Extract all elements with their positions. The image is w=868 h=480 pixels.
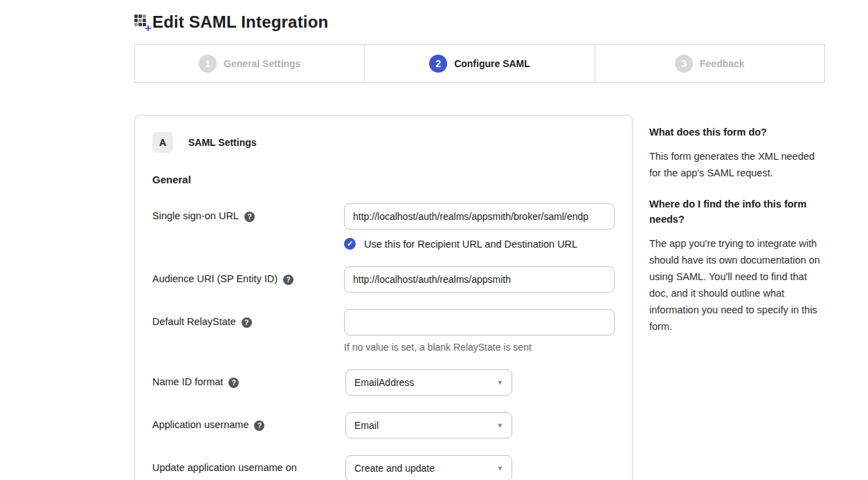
step-2-number: 2 bbox=[429, 55, 447, 73]
audience-uri-input[interactable] bbox=[344, 266, 615, 293]
help-icon[interactable]: ? bbox=[283, 275, 293, 285]
help-icon[interactable]: ? bbox=[228, 378, 239, 388]
field-update-application-username: Update application username on Create an… bbox=[152, 455, 615, 480]
single-sign-on-url-input[interactable] bbox=[344, 203, 615, 230]
recipient-url-checkbox-label: Use this for Recipient URL and Destinati… bbox=[364, 239, 577, 250]
recipient-url-checkbox-row[interactable]: ✓ Use this for Recipient URL and Destina… bbox=[344, 238, 615, 250]
step-feedback[interactable]: 3 Feedback bbox=[595, 45, 824, 82]
application-username-label: Application username bbox=[152, 419, 248, 430]
chevron-down-icon: ▼ bbox=[497, 379, 503, 386]
update-application-username-select[interactable]: Create and update ▼ bbox=[345, 455, 512, 480]
step-1-number: 1 bbox=[199, 55, 217, 73]
section-a-badge: A bbox=[152, 132, 173, 153]
name-id-format-select[interactable]: EmailAddress ▼ bbox=[345, 369, 512, 396]
application-username-value: Email bbox=[354, 420, 379, 431]
sidebar-para-where: The app you're trying to integrate with … bbox=[649, 235, 825, 335]
chevron-down-icon: ▼ bbox=[497, 465, 503, 472]
name-id-format-label: Name ID format bbox=[152, 376, 223, 387]
update-application-username-value: Create and update bbox=[354, 463, 435, 474]
application-username-select[interactable]: Email ▼ bbox=[345, 412, 512, 439]
single-sign-on-url-label: Single sign-on URL bbox=[152, 210, 239, 221]
name-id-format-value: EmailAddress bbox=[354, 377, 414, 388]
field-name-id-format: Name ID format ? EmailAddress ▼ bbox=[152, 369, 615, 396]
default-relaystate-input[interactable] bbox=[344, 309, 615, 335]
checkbox-checked-icon[interactable]: ✓ bbox=[344, 238, 356, 250]
relaystate-hint: If no value is set, a blank RelayState i… bbox=[344, 342, 615, 353]
step-general-settings[interactable]: 1 General Settings bbox=[135, 45, 364, 82]
field-single-sign-on-url: Single sign-on URL ? ✓ Use this for Reci… bbox=[152, 203, 615, 250]
step-1-label: General Settings bbox=[224, 58, 300, 69]
general-section-heading: General bbox=[152, 174, 615, 185]
page-title: Edit SAML Integration bbox=[152, 12, 328, 32]
default-relaystate-label: Default RelayState bbox=[152, 316, 236, 327]
app-grid-plus-icon: + bbox=[134, 15, 150, 30]
saml-settings-card: A SAML Settings General Single sign-on U… bbox=[134, 115, 633, 480]
step-3-label: Feedback bbox=[700, 58, 745, 69]
page-header: + Edit SAML Integration bbox=[134, 7, 825, 37]
help-sidebar: What does this form do? This form genera… bbox=[649, 115, 825, 350]
audience-uri-label: Audience URI (SP Entity ID) bbox=[152, 273, 278, 284]
panel-title: SAML Settings bbox=[188, 137, 257, 148]
wizard-stepper: 1 General Settings 2 Configure SAML 3 Fe… bbox=[134, 44, 825, 83]
step-2-label: Configure SAML bbox=[454, 58, 530, 69]
help-icon[interactable]: ? bbox=[254, 421, 264, 431]
chevron-down-icon: ▼ bbox=[497, 422, 503, 429]
step-configure-saml[interactable]: 2 Configure SAML bbox=[364, 45, 594, 82]
help-icon[interactable]: ? bbox=[242, 317, 252, 328]
sidebar-para-what: This form generates the XML needed for t… bbox=[649, 148, 825, 181]
field-default-relaystate: Default RelayState ? If no value is set,… bbox=[152, 309, 615, 353]
sidebar-heading-where: Where do I find the info this form needs… bbox=[649, 196, 825, 227]
page-root: + Edit SAML Integration 1 General Settin… bbox=[0, 0, 825, 480]
update-application-username-label: Update application username on bbox=[152, 462, 297, 473]
field-audience-uri: Audience URI (SP Entity ID) ? bbox=[152, 266, 615, 293]
field-application-username: Application username ? Email ▼ bbox=[152, 412, 615, 439]
step-3-number: 3 bbox=[675, 55, 693, 73]
sidebar-heading-what: What does this form do? bbox=[649, 124, 825, 140]
help-icon[interactable]: ? bbox=[244, 212, 255, 222]
